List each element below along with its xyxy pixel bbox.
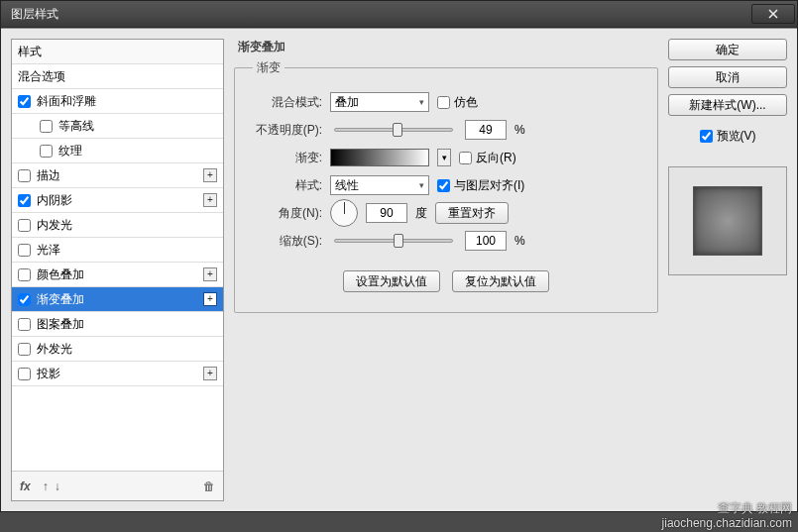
style-check-gradient-overlay[interactable]	[18, 293, 31, 306]
angle-label: 角度(N):	[253, 205, 322, 222]
ok-button[interactable]: 确定	[668, 39, 787, 60]
dither-check[interactable]: 仿色	[437, 94, 478, 111]
gradient-fieldset: 渐变 混合模式: 叠加 仿色 不透明度(P): % 渐变:	[234, 59, 658, 313]
action-panel: 确定 取消 新建样式(W)... 预览(V)	[668, 39, 787, 501]
style-item-pattern-overlay[interactable]: 图案叠加	[12, 312, 223, 337]
style-item-contour[interactable]: 等高线	[12, 114, 223, 139]
style-check-inner-glow[interactable]	[18, 219, 31, 232]
move-up-icon[interactable]: ↑	[43, 479, 49, 493]
style-check-bevel[interactable]	[18, 95, 31, 108]
style-check-inner-shadow[interactable]	[18, 194, 31, 207]
style-item-bevel[interactable]: 斜面和浮雕	[12, 89, 223, 114]
scale-label: 缩放(S):	[253, 233, 322, 250]
style-check-contour[interactable]	[40, 120, 53, 133]
style-check-pattern-overlay[interactable]	[18, 318, 31, 331]
gradient-swatch[interactable]	[330, 149, 429, 166]
settings-panel: 渐变叠加 渐变 混合模式: 叠加 仿色 不透明度(P): %	[234, 39, 658, 501]
style-item-inner-glow[interactable]: 内发光	[12, 213, 223, 238]
preview-check[interactable]: 预览(V)	[668, 128, 787, 145]
style-check-satin[interactable]	[18, 244, 31, 257]
window-title: 图层样式	[11, 6, 58, 23]
blending-options-row[interactable]: 混合选项	[12, 64, 223, 89]
reset-align-button[interactable]: 重置对齐	[435, 202, 509, 224]
fieldset-legend: 渐变	[253, 59, 285, 76]
style-select[interactable]: 线性	[330, 175, 429, 195]
styles-footer: fx ↑ ↓ 🗑	[12, 471, 223, 500]
dither-checkbox[interactable]	[437, 96, 450, 109]
opacity-slider[interactable]	[334, 128, 453, 132]
style-item-satin[interactable]: 光泽	[12, 238, 223, 263]
style-item-stroke[interactable]: 描边 +	[12, 163, 223, 188]
scale-input[interactable]	[465, 231, 507, 251]
panel-title: 渐变叠加	[234, 39, 658, 59]
preview-checkbox[interactable]	[700, 130, 713, 143]
style-item-color-overlay[interactable]: 颜色叠加 +	[12, 263, 223, 287]
make-default-button[interactable]: 设置为默认值	[343, 270, 440, 292]
opacity-label: 不透明度(P):	[253, 122, 322, 139]
titlebar[interactable]: 图层样式	[1, 1, 797, 28]
move-down-icon[interactable]: ↓	[55, 479, 60, 493]
style-item-gradient-overlay[interactable]: 渐变叠加 +	[12, 287, 223, 312]
style-check-outer-glow[interactable]	[18, 343, 31, 356]
style-check-color-overlay[interactable]	[18, 268, 31, 281]
add-gradient-overlay-icon[interactable]: +	[203, 292, 217, 306]
layer-style-dialog: 图层样式 样式 混合选项 斜面和浮雕 等高线 纹理 描边 +	[0, 0, 798, 512]
close-icon	[768, 9, 778, 19]
gradient-label: 渐变:	[253, 150, 322, 166]
preview-swatch	[693, 186, 762, 256]
style-item-drop-shadow[interactable]: 投影 +	[12, 362, 223, 386]
preview-box	[668, 166, 787, 275]
align-checkbox[interactable]	[437, 179, 450, 192]
style-item-inner-shadow[interactable]: 内阴影 +	[12, 188, 223, 213]
style-check-stroke[interactable]	[18, 169, 31, 182]
style-check-texture[interactable]	[40, 145, 53, 158]
style-check-drop-shadow[interactable]	[18, 368, 31, 380]
opacity-unit: %	[514, 123, 525, 137]
fx-menu-icon[interactable]: fx	[20, 479, 31, 493]
blend-mode-label: 混合模式:	[253, 94, 322, 111]
blend-mode-select[interactable]: 叠加	[330, 92, 429, 112]
trash-icon[interactable]: 🗑	[203, 479, 215, 493]
align-check[interactable]: 与图层对齐(I)	[437, 177, 524, 194]
add-color-overlay-icon[interactable]: +	[203, 267, 217, 281]
reverse-check[interactable]: 反向(R)	[459, 150, 516, 166]
close-button[interactable]	[751, 4, 795, 24]
dialog-content: 样式 混合选项 斜面和浮雕 等高线 纹理 描边 + 内阴影	[1, 28, 797, 511]
opacity-input[interactable]	[465, 120, 507, 140]
new-style-button[interactable]: 新建样式(W)...	[668, 94, 787, 116]
reverse-checkbox[interactable]	[459, 152, 472, 164]
scale-slider[interactable]	[334, 239, 453, 243]
add-inner-shadow-icon[interactable]: +	[203, 193, 217, 207]
cancel-button[interactable]: 取消	[668, 66, 787, 88]
style-item-outer-glow[interactable]: 外发光	[12, 337, 223, 362]
style-item-texture[interactable]: 纹理	[12, 139, 223, 163]
scale-unit: %	[514, 234, 525, 248]
add-drop-shadow-icon[interactable]: +	[203, 367, 217, 380]
gradient-dropdown-icon[interactable]: ▾	[437, 149, 451, 166]
style-label: 样式:	[253, 177, 322, 194]
styles-header[interactable]: 样式	[12, 40, 223, 64]
angle-dial[interactable]	[330, 199, 358, 227]
add-stroke-icon[interactable]: +	[203, 168, 217, 182]
angle-input[interactable]	[366, 203, 407, 223]
reset-default-button[interactable]: 复位为默认值	[452, 270, 549, 292]
styles-list-panel: 样式 混合选项 斜面和浮雕 等高线 纹理 描边 + 内阴影	[11, 39, 224, 501]
angle-unit: 度	[415, 205, 427, 222]
watermark: 查字典 教程网 jiaocheng.chazidian.com	[662, 501, 792, 530]
